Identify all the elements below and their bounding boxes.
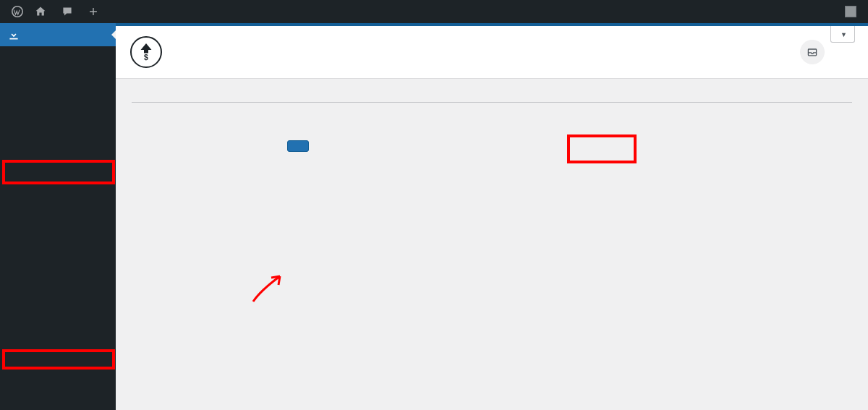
get-code-button[interactable] <box>287 140 309 152</box>
admin-bar <box>0 0 868 23</box>
admin-sidebar <box>0 23 116 410</box>
content-area: $ ▼ <box>116 23 868 410</box>
download-icon <box>7 29 20 40</box>
svg-text:$: $ <box>144 53 148 61</box>
help-tab[interactable]: ▼ <box>830 26 855 43</box>
section-authorization-label <box>132 121 287 152</box>
comments-link[interactable] <box>56 0 82 23</box>
authorization-description <box>287 121 852 152</box>
wp-logo[interactable] <box>6 0 29 23</box>
settings-tabs <box>132 102 852 103</box>
annotation-arrow <box>250 269 293 305</box>
new-content-link[interactable] <box>82 0 108 23</box>
avatar <box>845 6 856 17</box>
chevron-down-icon: ▼ <box>841 31 847 38</box>
inbox-icon <box>807 46 818 58</box>
brand-bar: $ ▼ <box>116 26 868 79</box>
edd-logo: $ <box>130 36 162 68</box>
account-link[interactable] <box>835 0 862 23</box>
sidebar-item-downloads[interactable] <box>0 23 116 46</box>
inbox-button[interactable] <box>800 40 825 64</box>
site-name-link[interactable] <box>29 0 56 23</box>
